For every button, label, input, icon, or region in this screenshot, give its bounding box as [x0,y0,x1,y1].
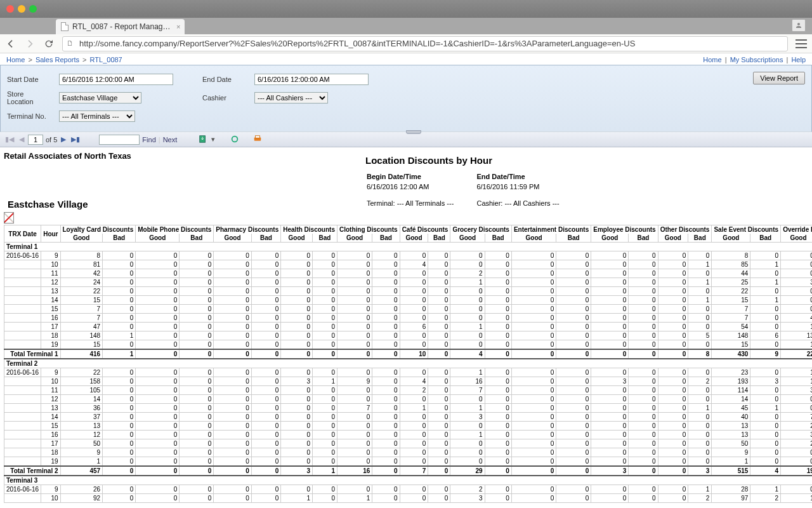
link-help[interactable]: Help [791,56,806,64]
company-name: Retail Associates of North Texas [4,151,131,161]
cashier-select[interactable]: --- All Cashiers --- [254,92,328,104]
browser-tabbar: RTL_0087 - Report Manag… × [0,18,812,34]
table-row: 121400000000000000000001400000 [4,395,813,404]
refresh-icon[interactable] [230,135,240,145]
traffic-lights [6,5,37,13]
table-row: 122400000000000100000012513000 [4,278,813,287]
view-report-button[interactable]: View Report [753,72,805,84]
begin-dt-label: Begin Date/Time [367,172,475,181]
browser-toolbar: 🗋 [0,34,812,53]
breadcrumb: Home > Sales Reports > RTL_0087 [6,56,122,64]
table-row: 11105000000000207000000011403000 [4,386,813,395]
maximize-button[interactable] [29,5,37,13]
link-home[interactable]: Home [703,56,721,64]
page-icon [61,22,69,31]
report-title: Location Discounts by Hour [365,155,581,166]
store-loc-label: Store Location [7,88,58,107]
terminal-label: Terminal No. [7,109,58,124]
tab-title: RTL_0087 - Report Manag… [72,22,171,31]
breadcrumb-sales-reports[interactable]: Sales Reports [36,56,79,64]
terminal-header: Terminal 2 [4,359,813,368]
terminal-header: Terminal 3 [4,476,813,485]
terminal-info: Terminal: --- All Terminals --- [367,199,475,208]
report-body: Retail Associates of North Texas Eastcha… [0,147,812,508]
table-row: 174700000000060100000005401000 [4,323,813,331]
table-row: 161200000000000100000001303000 [4,431,813,439]
svg-rect-3 [256,135,260,138]
end-date-input[interactable] [254,74,369,85]
terminal-header: Terminal 1 [4,243,813,251]
breadcrumb-bar: Home > Sales Reports > RTL_0087 Home | M… [0,53,812,65]
table-row: 191500000000000000000001501000 [4,340,813,350]
minimize-button[interactable] [18,5,25,13]
table-row: 1570000000000000000000700000 [4,305,813,314]
table-row: 181481000000000000000005148613000 [4,331,813,340]
store-location-select[interactable]: Eastchase Village [59,92,141,104]
table-row: 109200000101000300000029721010 [4,494,813,503]
report-header: Retail Associates of North Texas Eastcha… [4,151,581,225]
terminal-total-row: Total Terminal 1416100000000100400000084… [4,349,813,359]
table-row: 1890000000000000000000900000 [4,448,813,457]
start-date-input[interactable] [59,74,173,85]
end-dt-label: End Date/Time [476,172,580,181]
table-row: 2016-06-1692600000000000200000012810020 [4,485,813,494]
page-number-input[interactable] [28,135,43,145]
profile-button[interactable] [792,19,806,32]
table-row: 132200000000000000000002200000 [4,287,813,296]
end-dt-value: 6/16/2016 11:59 PM [476,182,580,191]
location-heading: Eastchase Village [8,199,131,210]
start-date-label: Start Date [7,72,58,87]
next-link[interactable]: Next [163,136,178,144]
table-row: 151300000000000000000001302000 [4,422,813,431]
breadcrumb-rtl0087[interactable]: RTL_0087 [90,56,122,64]
url-input[interactable] [79,39,783,48]
link-my-subscriptions[interactable]: My Subscriptions [730,56,783,64]
back-button[interactable] [5,38,16,50]
window-titlebar [0,0,812,18]
address-bar[interactable]: 🗋 [62,36,788,51]
cashier-info: Cashier: --- All Cashiers --- [476,199,580,208]
table-row: 2016-06-16980000000000000000000800010 [4,251,813,260]
table-row: 101580000031904016000300219331010 [4,377,813,386]
prev-page-icon[interactable]: ◀ [18,135,25,144]
table-row: 143700000000000300000004007000 [4,413,813,422]
forward-button[interactable] [24,38,36,50]
browser-tab[interactable]: RTL_0087 - Report Manag… × [56,19,185,34]
last-page-icon[interactable]: ▶▮ [70,135,81,144]
cashier-label: Cashier [202,88,253,107]
tab-close-icon[interactable]: × [176,23,180,30]
parameter-panel: Start Date End Date Store Location Eastc… [0,65,812,132]
reportviewer-toolbar: ▮◀ ◀ of 5 ▶ ▶▮ Find | Next ▾ [0,132,812,147]
hamburger-menu-icon[interactable] [796,39,807,48]
table-row: 141500000000000000000011510000 [4,296,813,305]
terminal-select[interactable]: --- All Terminals --- [59,110,135,122]
page-of-label: of 5 [46,136,57,144]
export-icon[interactable] [199,135,209,145]
reload-button[interactable] [43,38,55,50]
broken-image-icon [4,212,14,224]
table-row: 175000000000000000000005002000 [4,439,813,448]
discounts-table: TRX DateHourLoyalty Card DiscountsMobile… [4,225,812,503]
table-row: 1910000000000000000000100000 [4,457,813,467]
table-row: 108100000000040000000018510000 [4,260,813,269]
print-icon[interactable] [253,135,263,145]
site-icon: 🗋 [67,39,75,48]
next-page-icon[interactable]: ▶ [60,135,67,144]
breadcrumb-home[interactable]: Home [6,56,25,64]
begin-dt-value: 6/16/2016 12:00 AM [367,182,475,191]
first-page-icon[interactable]: ▮◀ [4,135,15,144]
panel-collapse-handle[interactable] [406,130,421,134]
top-links: Home | My Subscriptions | Help [703,56,806,64]
table-row: 114200000000000200000004400000 [4,269,813,278]
export-dropdown-icon[interactable]: ▾ [211,135,215,144]
end-date-label: End Date [202,72,253,87]
find-input[interactable] [99,135,140,145]
close-button[interactable] [6,5,14,13]
table-row: 133600000007010100000014510000 [4,404,813,413]
terminal-total-row: Total Terminal 2457000003116070290003003… [4,466,813,476]
find-link[interactable]: Find [142,136,155,144]
table-row: 1670000000000000000000704000 [4,314,813,323]
table-row: 2016-06-1692200000000000100000002301020 [4,368,813,377]
svg-point-1 [232,136,238,142]
